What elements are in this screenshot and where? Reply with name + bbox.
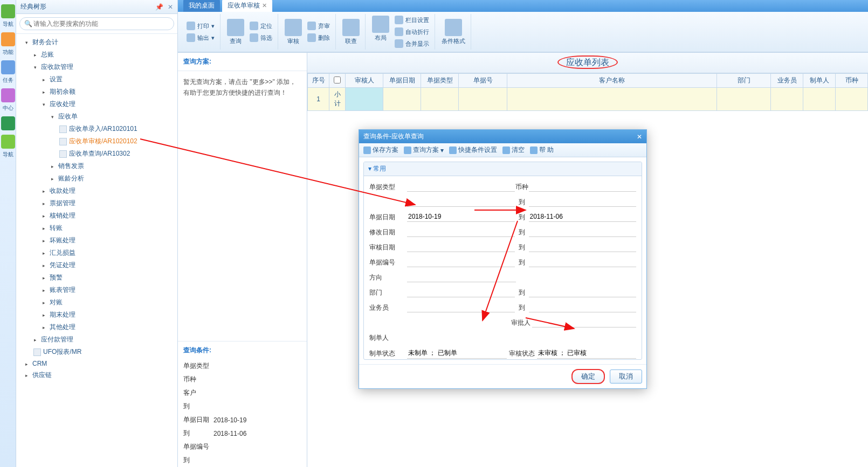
tree-node-voucher[interactable]: ▸凭证处理 <box>16 259 177 271</box>
close-icon[interactable]: ✕ <box>637 133 642 141</box>
condfmt-button[interactable]: 条件格式 <box>440 18 466 46</box>
col-customer[interactable]: 客户名称 <box>507 74 717 88</box>
ok-button[interactable]: 确定 <box>571 369 605 384</box>
close-icon[interactable]: ✕ <box>262 2 267 9</box>
pin-icon[interactable]: 📌 <box>155 3 163 11</box>
tree-node-arbill[interactable]: ▾应收单 <box>16 110 177 123</box>
tree-node-transfer[interactable]: ▸转账 <box>16 222 177 234</box>
tree-node-aging[interactable]: ▸账龄分析 <box>16 172 177 185</box>
tree-node-verify[interactable]: ▸核销处理 <box>16 210 177 222</box>
leaf-ar-entry[interactable]: 应收单录入/AR1020101 <box>16 123 177 135</box>
help-button[interactable]: 帮 助 <box>530 145 554 155</box>
query-button[interactable]: 查询 <box>226 18 245 46</box>
input-astat[interactable]: 未审核 ； 已审核 <box>537 348 637 359</box>
col-maker[interactable]: 制单人 <box>803 74 836 88</box>
query-plan-button[interactable]: 查询方案 ▾ <box>404 145 444 155</box>
save-plan-button[interactable]: 保存方案 <box>363 145 398 155</box>
relate-button[interactable]: 联查 <box>341 18 361 46</box>
quick-cond-button[interactable]: 快捷条件设置 <box>449 145 497 155</box>
colset-button[interactable]: 栏目设置 <box>394 15 430 25</box>
input-date-to[interactable]: 2018-11-06 <box>529 212 637 222</box>
print-button[interactable]: 打印 ▾ <box>185 20 216 31</box>
input-mstat[interactable]: 未制单 ； 已制单 <box>407 348 507 359</box>
col-billno[interactable]: 单据号 <box>459 74 507 88</box>
cancel-button[interactable]: 取消 <box>610 370 642 384</box>
filter-button[interactable]: 筛选 <box>249 32 273 43</box>
clear-button[interactable]: 清空 <box>502 145 525 155</box>
iconbar-item[interactable] <box>1 88 15 102</box>
input-biz-from[interactable] <box>407 303 515 312</box>
tree-node-scm[interactable]: ▸供应链 <box>16 369 177 381</box>
input-type[interactable] <box>407 182 515 192</box>
tree-node-gl[interactable]: ▸总账 <box>16 48 177 61</box>
dialog-header[interactable]: 查询条件-应收单查询 ✕ <box>359 130 646 143</box>
cond-row: 单据日期2018-10-19 <box>178 413 307 427</box>
iconbar-item[interactable] <box>1 60 15 74</box>
audit-button[interactable]: 审核 <box>284 18 303 46</box>
tree-node-note[interactable]: ▸票据管理 <box>16 197 177 210</box>
input-approver[interactable] <box>532 318 637 327</box>
tree-node-recon[interactable]: ▸对账 <box>16 296 177 309</box>
input-cust-to[interactable] <box>529 197 637 207</box>
tree-node-crm[interactable]: ▸CRM <box>16 358 177 369</box>
leaf-ar-query[interactable]: 应收单查询/AR10302 <box>16 148 177 160</box>
col-dept[interactable]: 部门 <box>717 74 771 88</box>
input-dept-from[interactable] <box>407 288 515 297</box>
output-button[interactable]: 输出 ▾ <box>185 32 216 43</box>
leaf-ufo[interactable]: UFO报表/MR <box>16 346 177 358</box>
input-adate-from[interactable] <box>407 242 515 252</box>
tree-node-receipt[interactable]: ▸收款处理 <box>16 185 177 197</box>
tab-home[interactable]: 我的桌面 <box>183 0 220 12</box>
input-biz-to[interactable] <box>529 303 637 312</box>
tree-node-invoice[interactable]: ▸销售发票 <box>16 160 177 172</box>
check-all[interactable] <box>334 76 341 83</box>
tree-node-arproc[interactable]: ▾应收处理 <box>16 98 177 110</box>
iconbar-item[interactable] <box>1 135 15 149</box>
app-logo-icon[interactable] <box>1 4 15 18</box>
col-type[interactable]: 单据类型 <box>421 74 459 88</box>
col-no[interactable]: 序号 <box>308 74 329 88</box>
iconbar-item[interactable] <box>1 116 15 130</box>
label-type: 单据类型 <box>369 183 407 192</box>
input-dept-to[interactable] <box>529 288 637 297</box>
tree-node-ap[interactable]: ▸应付款管理 <box>16 333 177 346</box>
input-mdate-from[interactable] <box>407 227 515 237</box>
autowrap-button[interactable]: 自动折行 <box>394 26 430 37</box>
col-auditor[interactable]: 审核人 <box>346 74 383 88</box>
tree-node-finance[interactable]: ▾财务会计 <box>16 36 177 48</box>
tree-node-opening[interactable]: ▸期初余额 <box>16 86 177 98</box>
tree-node-alert[interactable]: ▸预警 <box>16 271 177 284</box>
input-adate-to[interactable] <box>529 242 637 252</box>
group-header[interactable]: ▾ 常用 <box>364 162 642 176</box>
input-dir[interactable] <box>407 273 516 282</box>
tree-node-report[interactable]: ▸账表管理 <box>16 284 177 296</box>
input-mdate-to[interactable] <box>529 227 637 237</box>
layout-button[interactable]: 布局 <box>371 15 390 49</box>
input-cust[interactable] <box>407 197 515 207</box>
col-biz[interactable]: 业务员 <box>771 74 803 88</box>
input-date-from[interactable]: 2018-10-19 <box>407 212 515 222</box>
tree-node-setting[interactable]: ▸设置 <box>16 73 177 86</box>
iconbar-item[interactable] <box>1 32 15 46</box>
col-curr[interactable]: 币种 <box>836 74 868 88</box>
tree-node-ar[interactable]: ▾应收款管理 <box>16 61 177 73</box>
col-date[interactable]: 单据日期 <box>383 74 421 88</box>
input-no-to[interactable] <box>529 257 637 267</box>
leaf-ar-audit[interactable]: 应收单审核/AR1020102 <box>16 135 177 148</box>
tree-node-exchange[interactable]: ▸汇兑损益 <box>16 247 177 259</box>
tree-node-baddebt[interactable]: ▸坏账处理 <box>16 234 177 247</box>
tree-node-periodend[interactable]: ▸期末处理 <box>16 309 177 321</box>
input-curr[interactable] <box>529 182 637 192</box>
tab-current[interactable]: 应收单审核✕ <box>222 0 272 12</box>
close-icon[interactable]: ✕ <box>168 3 173 11</box>
input-no-from[interactable] <box>407 257 515 267</box>
search-box[interactable]: 🔍 <box>19 17 174 30</box>
table-row[interactable]: 1 小计 <box>308 88 868 111</box>
abandon-button[interactable]: 弃审 <box>306 20 331 31</box>
locate-button[interactable]: 定位 <box>249 20 273 31</box>
delete-button[interactable]: 删除 <box>306 32 331 43</box>
col-check[interactable] <box>329 74 346 88</box>
search-input[interactable] <box>32 19 169 29</box>
merge-button[interactable]: 合并显示 <box>394 38 430 49</box>
tree-node-other[interactable]: ▸其他处理 <box>16 321 177 333</box>
